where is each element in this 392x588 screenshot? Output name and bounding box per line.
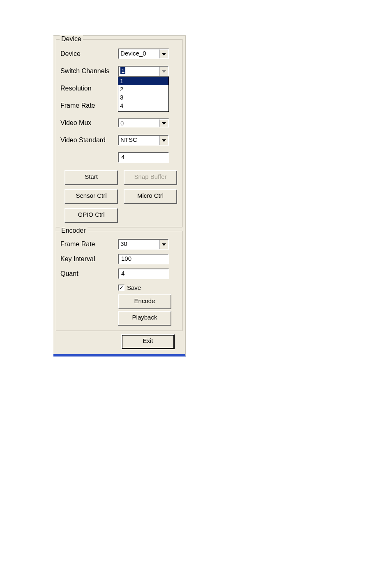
- encoder-frame-rate-value: 30: [119, 240, 159, 249]
- quant-field[interactable]: 4: [118, 269, 169, 279]
- playback-button[interactable]: Playback: [118, 311, 171, 326]
- device-combo-value: Device_0: [119, 49, 159, 58]
- encoder-frame-rate-combo[interactable]: 30: [118, 239, 169, 250]
- switch-channels-combo[interactable]: 1: [118, 66, 169, 76]
- video-mux-value: 0: [119, 119, 159, 127]
- svg-marker-2: [162, 122, 166, 125]
- dropdown-item[interactable]: 1: [118, 77, 168, 85]
- dropdown-item[interactable]: 4: [118, 102, 168, 110]
- save-checkbox-label: Save: [127, 284, 141, 291]
- video-mux-label: Video Mux: [60, 119, 118, 127]
- switch-channels-dropdown[interactable]: 1 2 3 4: [118, 76, 169, 112]
- chevron-down-icon: [159, 136, 168, 145]
- frame-rate-label: Frame Rate: [60, 102, 118, 109]
- resolution-label: Resolution: [60, 85, 118, 92]
- switch-channels-value: 1: [119, 67, 159, 76]
- key-interval-field[interactable]: 100: [118, 254, 169, 264]
- chevron-down-icon: [159, 67, 168, 76]
- video-mux-combo[interactable]: 0: [118, 118, 169, 127]
- chevron-down-icon: [159, 49, 168, 58]
- svg-marker-1: [162, 70, 166, 73]
- encoder-groupbox: Encoder Frame Rate 30 Key Interval 100 Q…: [56, 231, 182, 331]
- encoder-frame-rate-label: Frame Rate: [60, 241, 118, 248]
- video-standard-value: NTSC: [119, 136, 159, 145]
- readonly-field[interactable]: 4: [118, 152, 169, 163]
- video-standard-label: Video Standard: [60, 137, 118, 144]
- dropdown-item[interactable]: 3: [118, 93, 168, 102]
- sensor-ctrl-button[interactable]: Sensor Ctrl: [65, 189, 118, 204]
- video-standard-combo[interactable]: NTSC: [118, 135, 169, 146]
- checkbox-box: ✓: [118, 285, 125, 291]
- switch-channels-label: Switch Channels: [60, 67, 118, 75]
- chevron-down-icon: [159, 240, 168, 249]
- encode-button[interactable]: Encode: [118, 294, 171, 309]
- settings-panel: Device Device Device_0 Switch Channels 1: [53, 35, 186, 357]
- save-checkbox[interactable]: ✓ Save: [118, 284, 141, 291]
- chevron-down-icon: [159, 119, 168, 127]
- key-interval-label: Key Interval: [60, 255, 118, 263]
- quant-label: Quant: [60, 270, 118, 278]
- micro-ctrl-button[interactable]: Micro Ctrl: [124, 189, 177, 204]
- gpio-ctrl-button[interactable]: GPIO Ctrl: [65, 208, 118, 223]
- encoder-group-title: Encoder: [60, 227, 88, 234]
- svg-marker-4: [162, 243, 166, 246]
- snap-buffer-button: Snap Buffer: [124, 170, 177, 185]
- svg-marker-3: [162, 139, 166, 142]
- device-group-title: Device: [60, 35, 83, 43]
- dropdown-item[interactable]: 2: [118, 85, 168, 93]
- exit-button[interactable]: Exit: [121, 334, 175, 349]
- device-combo[interactable]: Device_0: [118, 49, 169, 59]
- start-button[interactable]: Start: [65, 170, 118, 185]
- device-label: Device: [60, 50, 118, 58]
- device-groupbox: Device Device Device_0 Switch Channels 1: [56, 39, 182, 227]
- svg-marker-0: [162, 53, 166, 56]
